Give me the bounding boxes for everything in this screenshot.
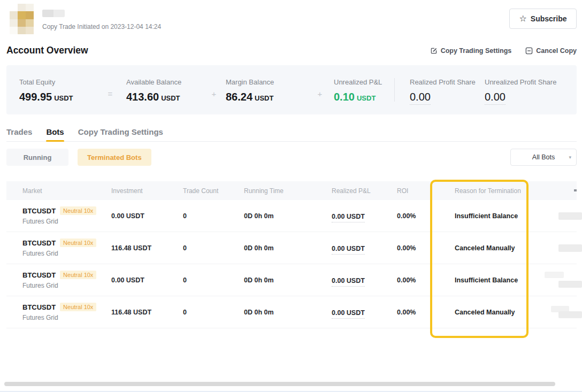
running-time-value: 0D 0h 0m: [244, 244, 332, 252]
subscribe-label: Subscribe: [531, 14, 567, 23]
stat-unrealized-pnl: Unrealized P&L 0.10USDT: [334, 78, 390, 102]
main-tabs: Trades Bots Copy Trading Settings: [6, 127, 577, 142]
row-action-redacted[interactable]: [558, 244, 582, 252]
filter-running[interactable]: Running: [6, 149, 68, 166]
col-reason-for-termination: Reason for Termination: [455, 187, 556, 195]
stat-margin-balance: Margin Balance 86.24USDT: [226, 78, 306, 102]
stat-label: Unrealized Profit Share: [485, 78, 564, 86]
investment-value: 116.48 USDT: [111, 244, 183, 252]
table-row: BTCUSDT Neutral 10x Futures Grid 0.00 US…: [6, 264, 577, 296]
stat-unit: USDT: [255, 94, 273, 102]
stat-label: Total Equity: [19, 78, 94, 86]
table-header: Market Investment Trade Count Running Ti…: [6, 181, 577, 200]
stat-label: Margin Balance: [226, 78, 306, 86]
copy-trading-settings-label: Copy Trading Settings: [441, 47, 512, 55]
col-running-time: Running Time: [244, 187, 332, 195]
row-action-redacted[interactable]: [558, 311, 582, 318]
trader-info: Copy Trade Initiated on 2023-12-04 14:24: [42, 4, 161, 30]
bot-type: Futures Grid: [22, 218, 111, 225]
running-time-value: 0D 0h 0m: [244, 212, 332, 220]
stat-available-balance: Available Balance 413.60USDT: [126, 78, 202, 102]
leverage-badge: Neutral 10x: [60, 239, 96, 247]
all-bots-dropdown-value: All Bots: [532, 153, 555, 161]
roi-value: 0.00%: [397, 276, 455, 284]
trader-name-redacted: [42, 10, 65, 17]
tab-copy-trading-settings[interactable]: Copy Trading Settings: [78, 127, 163, 136]
stat-value: 0.10: [334, 91, 355, 103]
cancel-copy-label: Cancel Copy: [536, 47, 577, 55]
table-row: BTCUSDT Neutral 10x Futures Grid 0.00 US…: [6, 200, 577, 232]
realized-pnl-value: 0.00 USDT: [332, 277, 365, 287]
plus-operator: +: [306, 82, 334, 98]
trade-count-value: 0: [183, 212, 244, 220]
subscribe-button[interactable]: ☆ Subscribe: [509, 9, 577, 29]
cancel-copy-link[interactable]: Cancel Copy: [525, 47, 577, 55]
terminated-bots-table: Market Investment Trade Count Running Ti…: [6, 181, 577, 328]
market-symbol: BTCUSDT: [22, 207, 56, 215]
all-bots-dropdown[interactable]: All Bots ▾: [510, 149, 577, 166]
running-time-value: 0D 0h 0m: [244, 309, 332, 316]
row-action-redacted[interactable]: [558, 212, 582, 220]
market-symbol: BTCUSDT: [22, 239, 56, 247]
table-row: BTCUSDT Neutral 10x Futures Grid 116.48 …: [6, 296, 577, 328]
trade-count-value: 0: [183, 276, 244, 284]
account-stats-bar: Total Equity 499.95USDT = Available Bala…: [6, 65, 577, 114]
stat-unrealized-profit-share: Unrealized Profit Share 0.00: [485, 78, 564, 102]
bot-type: Futures Grid: [22, 250, 111, 257]
tab-bots[interactable]: Bots: [46, 127, 64, 136]
stat-realized-profit-share: Realized Profit Share 0.00: [410, 78, 485, 102]
stat-value: 413.60: [126, 91, 159, 103]
tab-trades[interactable]: Trades: [6, 127, 32, 136]
stat-value: 0.00: [485, 91, 506, 105]
market-symbol: BTCUSDT: [22, 303, 56, 311]
edit-icon: [430, 47, 438, 55]
trade-count-value: 0: [183, 309, 244, 316]
chevron-down-icon: ▾: [569, 155, 571, 160]
minus-square-icon: [525, 47, 533, 55]
investment-value: 116.48 USDT: [111, 309, 183, 316]
termination-reason: Canceled Manually: [455, 244, 556, 252]
realized-pnl-value: 0.00 USDT: [332, 245, 365, 255]
col-market: Market: [22, 187, 111, 195]
bots-filter-row: Running Terminated Bots All Bots ▾: [6, 149, 577, 166]
roi-value: 0.00%: [397, 309, 455, 316]
roi-value: 0.00%: [397, 212, 455, 220]
horizontal-scrollbar[interactable]: [4, 382, 555, 386]
market-symbol: BTCUSDT: [22, 271, 56, 279]
row-action-redacted[interactable]: [558, 281, 582, 288]
plus-operator: +: [202, 82, 226, 98]
stat-label: Unrealized P&L: [334, 78, 390, 86]
col-trade-count: Trade Count: [183, 187, 244, 195]
stats-divider: [394, 78, 395, 102]
leverage-badge: Neutral 10x: [60, 271, 96, 279]
table-row: BTCUSDT Neutral 10x Futures Grid 116.48 …: [6, 232, 577, 264]
roi-value: 0.00%: [397, 244, 455, 252]
trade-count-value: 0: [183, 244, 244, 252]
running-time-value: 0D 0h 0m: [244, 276, 332, 284]
realized-pnl-value: 0.00 USDT: [332, 309, 365, 319]
copy-trade-initiated-text: Copy Trade Initiated on 2023-12-04 14:24: [42, 23, 161, 30]
equals-operator: =: [94, 82, 126, 98]
col-realized-pnl: Realized P&L: [332, 187, 397, 195]
investment-value: 0.00 USDT: [111, 276, 183, 284]
stat-total-equity: Total Equity 499.95USDT: [19, 78, 94, 102]
stat-unit: USDT: [54, 94, 73, 102]
realized-pnl-value: 0.00 USDT: [332, 213, 365, 222]
investment-value: 0.00 USDT: [111, 212, 183, 220]
overview-title-row: Account Overview Copy Trading Settings C…: [6, 45, 577, 56]
stat-value: 86.24: [226, 91, 252, 103]
row-action-redacted[interactable]: [545, 272, 564, 278]
stat-unit: USDT: [161, 94, 180, 102]
cutoff-column-fragment: [574, 189, 577, 191]
col-investment: Investment: [111, 187, 183, 195]
leverage-badge: Neutral 10x: [60, 206, 96, 215]
stat-value: 0.00: [410, 91, 431, 105]
bot-type: Futures Grid: [22, 314, 111, 321]
leverage-badge: Neutral 10x: [60, 303, 96, 311]
trader-header: Copy Trade Initiated on 2023-12-04 14:24…: [6, 0, 577, 34]
stat-value: 499.95: [19, 91, 52, 103]
copy-trading-settings-link[interactable]: Copy Trading Settings: [430, 47, 512, 55]
avatar: [10, 4, 34, 34]
copy-trading-page: Copy Trade Initiated on 2023-12-04 14:24…: [0, 0, 582, 392]
filter-terminated-bots[interactable]: Terminated Bots: [78, 149, 151, 166]
